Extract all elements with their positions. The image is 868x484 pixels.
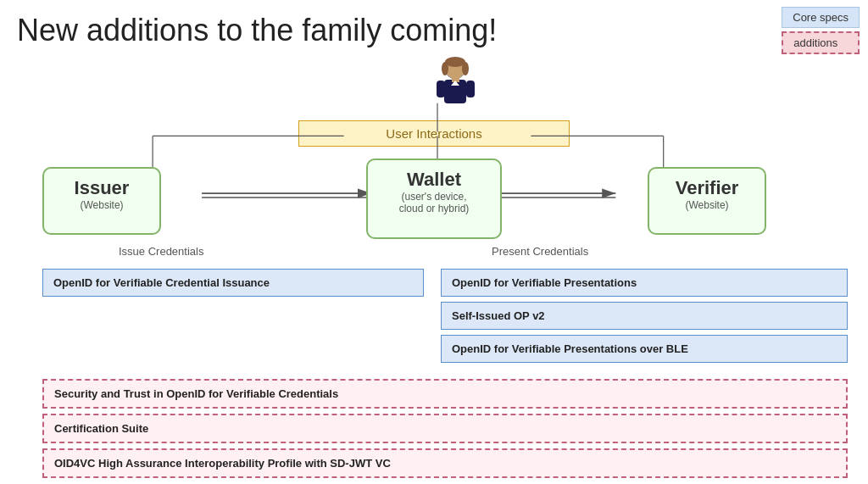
spec-item-vc-issuance: OpenID for Verifiable Credential Issuanc…: [42, 269, 424, 297]
svg-point-2: [442, 62, 448, 75]
legend: Core specs additions: [782, 7, 860, 54]
legend-core: Core specs: [782, 7, 860, 28]
person-icon: [432, 57, 479, 116]
label-issue: Issue Credentials: [119, 245, 203, 258]
label-present: Present Credentials: [492, 245, 588, 258]
verifier-subtitle: (Website): [658, 199, 756, 211]
addition-oid4vc-profile: OID4VC High Assurance Interoperability P…: [42, 448, 848, 478]
right-specs: OpenID for Verifiable Presentations Self…: [441, 269, 848, 368]
svg-rect-6: [437, 81, 445, 97]
verifier-title: Verifier: [658, 177, 756, 199]
issuer-box: Issuer (Website): [42, 167, 161, 235]
svg-rect-7: [466, 81, 475, 97]
spec-item-vp-ble: OpenID for Verifiable Presentations over…: [441, 335, 848, 363]
spec-item-siopv2: Self-Issued OP v2: [441, 302, 848, 330]
addition-certification: Certification Suite: [42, 414, 848, 443]
issuer-title: Issuer: [53, 177, 151, 199]
diagram: User Interactions: [17, 57, 851, 447]
wallet-title: Wallet: [376, 169, 492, 191]
legend-additions: additions: [782, 31, 860, 54]
person-svg: [432, 57, 479, 116]
wallet-box: Wallet (user's device,cloud or hybrid): [366, 159, 502, 239]
wallet-subtitle: (user's device,cloud or hybrid): [376, 191, 492, 214]
svg-point-1: [445, 57, 465, 67]
svg-point-3: [462, 62, 469, 75]
user-interactions-bar: User Interactions: [298, 120, 570, 147]
left-specs: OpenID for Verifiable Credential Issuanc…: [42, 269, 424, 302]
bottom-additions: Security and Trust in OpenID for Verifia…: [42, 379, 848, 483]
page-title: New additions to the family coming!: [17, 13, 851, 48]
addition-security-trust: Security and Trust in OpenID for Verifia…: [42, 379, 848, 409]
issuer-subtitle: (Website): [53, 199, 151, 211]
spec-item-vp: OpenID for Verifiable Presentations: [441, 269, 848, 297]
verifier-box: Verifier (Website): [648, 167, 766, 235]
page-container: New additions to the family coming! Core…: [0, 0, 868, 484]
